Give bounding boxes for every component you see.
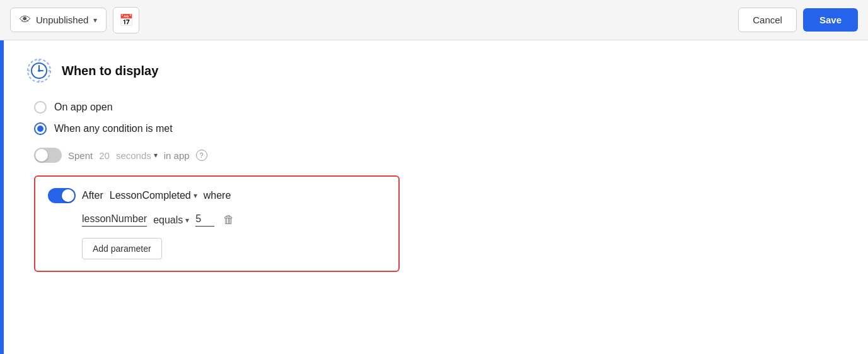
radio-option-when-any-condition[interactable]: When any condition is met [34,122,848,135]
spent-value: 20 [99,150,110,161]
main-content: When to display On app open When any con… [0,40,868,354]
in-app-label: in app [164,150,190,161]
radio-circle-when-any-condition[interactable] [34,122,47,135]
card-area: When to display On app open When any con… [4,40,868,354]
section-title: When to display [62,64,158,78]
timer-icon [24,56,54,86]
save-button[interactable]: Save [803,8,858,32]
svg-point-4 [38,69,40,72]
help-icon[interactable]: ? [196,150,207,161]
calendar-button[interactable]: 📅 [113,7,139,33]
param-value: 5 [195,213,214,227]
radio-label-when-any-condition: When any condition is met [54,123,173,134]
event-name: LessonCompleted [110,190,191,201]
spent-label: Spent [68,150,93,161]
condition-box-row1: After LessonCompleted ▾ where [48,188,386,203]
top-bar: 👁 Unpublished ▾ 📅 Cancel Save [0,0,868,40]
radio-label-on-app-open: On app open [54,102,113,113]
unpublished-label: Unpublished [36,15,88,25]
radio-option-on-app-open[interactable]: On app open [34,101,848,114]
spent-condition-row: Spent 20 seconds ▾ in app ? [34,148,848,163]
spent-unit-label: seconds [116,150,151,161]
eye-icon: 👁 [20,13,31,27]
section-header: When to display [24,56,848,86]
svg-point-6 [28,70,30,72]
conditions-area: Spent 20 seconds ▾ in app ? After Lesson… [34,148,848,272]
chevron-down-icon: ▾ [93,16,97,25]
where-label: where [204,190,231,201]
cancel-button[interactable]: Cancel [738,8,797,32]
top-bar-right: Cancel Save [738,8,858,32]
delete-param-icon[interactable]: 🗑 [223,213,234,227]
radio-circle-on-app-open[interactable] [34,101,47,114]
svg-point-5 [38,60,40,62]
operator-chevron-icon: ▾ [185,216,189,225]
param-name: lessonNumber [82,213,147,227]
event-chevron-icon: ▾ [194,191,197,200]
svg-point-7 [49,70,50,72]
lesson-completed-condition-box: After LessonCompleted ▾ where lessonNumb… [34,175,400,272]
lesson-completed-toggle[interactable] [48,188,76,203]
add-parameter-button[interactable]: Add parameter [82,238,162,259]
condition-box-row2: lessonNumber equals ▾ 5 🗑 [82,213,386,227]
spent-toggle[interactable] [34,148,62,163]
add-param-row: Add parameter [48,238,386,259]
top-bar-left: 👁 Unpublished ▾ 📅 [10,7,139,33]
spent-unit-dropdown[interactable]: seconds ▾ [116,150,158,161]
event-dropdown[interactable]: LessonCompleted ▾ [110,190,197,201]
operator-label: equals [153,215,183,226]
unpublished-button[interactable]: 👁 Unpublished ▾ [10,8,107,32]
after-label: After [82,190,103,201]
operator-dropdown[interactable]: equals ▾ [153,215,189,226]
calendar-icon: 📅 [119,13,133,27]
spent-unit-chevron: ▾ [154,151,158,160]
radio-group: On app open When any condition is met [34,101,848,135]
svg-point-8 [38,80,40,82]
